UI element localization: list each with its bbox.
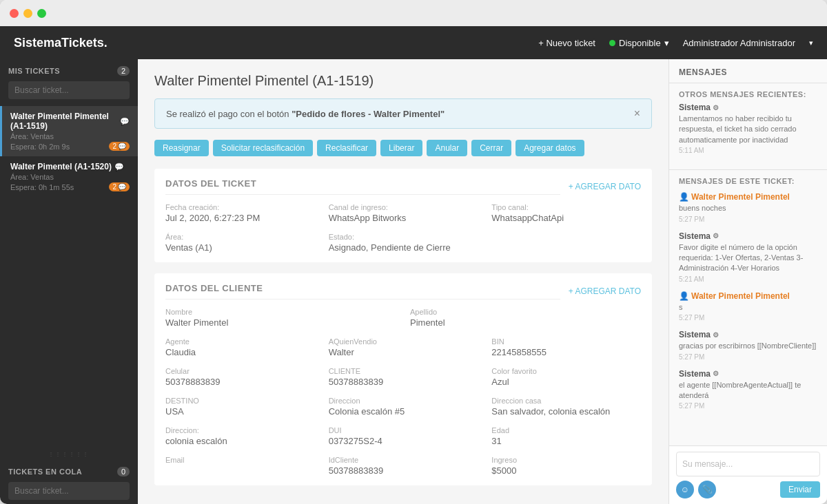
ingreso-label: Ingreso — [491, 456, 641, 464]
list-item: 👤 Walter Pimentel Pimentel buens noches … — [679, 192, 817, 222]
app-logo: SistemaTickets. — [14, 36, 108, 50]
reclasificar-button[interactable]: Reclasificar — [317, 140, 376, 156]
ticket-data-title: DATOS DEL TICKET — [165, 178, 560, 195]
name-row: Nombre Walter Pimentel Apellido Pimentel — [165, 308, 641, 328]
dir-casa-value: San salvador, colonia escalón — [491, 406, 641, 417]
nombre-label: Nombre — [165, 308, 396, 316]
canal-ingreso-value: WhatsApp Bitworks — [329, 213, 478, 223]
anular-button[interactable]: Anular — [427, 140, 467, 156]
bin-field: BIN 22145858555 — [491, 337, 641, 357]
status-dot-icon — [609, 40, 615, 46]
aquien-value: Walter — [329, 347, 478, 357]
add-ticket-data-link[interactable]: + AGREGAR DATO — [569, 182, 641, 191]
alert-prefix: Se realizó el pago con el botón — [166, 109, 292, 119]
celular-value: 50378883839 — [165, 377, 315, 387]
agregar-datos-button[interactable]: Agregar datos — [515, 140, 584, 156]
my-tickets-section: MIS TICKETS 2 — [0, 59, 138, 103]
estado-field: Estado: Asignado, Pendiente de Cierre — [329, 233, 478, 253]
message-body: Favor digite el número de la opción requ… — [679, 242, 817, 274]
message-time: 5:27 PM — [679, 402, 817, 410]
message-body: s — [679, 302, 817, 313]
comment-icon: 💬 — [118, 183, 126, 191]
message-time: 5:27 PM — [679, 353, 817, 361]
ticket-name: Walter Pimentel (A1-1520) 💬 — [10, 162, 130, 171]
other-messages-title: OTROS MENSAJES RECIENTES: — [679, 90, 817, 98]
liberar-button[interactable]: Liberar — [380, 140, 422, 156]
maximize-button[interactable] — [37, 9, 46, 18]
input-icons: ☺ 📎 — [676, 481, 716, 498]
gear-icon: ⚙ — [713, 331, 719, 339]
destino-field: DESTINO USA — [165, 397, 315, 417]
nombre-value: Walter Pimentel — [165, 317, 396, 328]
message-sender: Sistema ⚙ — [679, 103, 817, 112]
color-field: Color favorito Azul — [491, 367, 641, 387]
app-window: SistemaTickets. + Nuevo ticket Disponibl… — [0, 0, 827, 504]
destino-label: DESTINO — [165, 397, 315, 405]
topbar: SistemaTickets. + Nuevo ticket Disponibl… — [0, 26, 827, 59]
fecha-creacion-field: Fecha creación: Jul 2, 2020, 6:27:23 PM — [165, 203, 315, 223]
apellido-value: Pimentel — [410, 317, 641, 328]
message-sender: Sistema ⚙ — [679, 369, 817, 379]
destino-value: USA — [165, 406, 315, 417]
solicitar-button[interactable]: Solicitar reclasificación — [213, 140, 313, 156]
list-item: 👤 Walter Pimentel Pimentel s 5:27 PM — [679, 291, 817, 322]
celular-label: Celular — [165, 367, 315, 375]
fecha-creacion-label: Fecha creación: — [165, 203, 315, 211]
add-client-data-link[interactable]: + AGREGAR DATO — [569, 286, 641, 296]
my-tickets-search[interactable] — [8, 81, 130, 99]
app: SistemaTickets. + Nuevo ticket Disponibl… — [0, 26, 827, 504]
dir-casa-field: Direccion casa San salvador, colonia esc… — [491, 397, 641, 417]
client-data-header: DATOS DEL CLIENTE + AGREGAR DATO — [165, 283, 641, 300]
apellido-label: Apellido — [410, 308, 641, 316]
ticket-area: Área: Ventas — [10, 132, 130, 140]
dir2-label: Direccion: — [165, 426, 315, 434]
status-indicator[interactable]: Disponible ▾ — [609, 38, 669, 48]
input-toolbar: ☺ 📎 Enviar — [676, 481, 820, 498]
message-time: 5:21 AM — [679, 275, 817, 283]
my-tickets-title: MIS TICKETS — [8, 67, 60, 75]
queue-section: TICKETS EN COLA 0 — [0, 460, 138, 504]
id-cliente-label: IdCliente — [329, 456, 478, 464]
user-icon: 👤 — [679, 192, 689, 202]
color-value: Azul — [491, 377, 641, 387]
attachment-button[interactable]: 📎 — [698, 481, 716, 498]
status-label: Disponible — [619, 38, 661, 48]
client-data-title: DATOS DEL CLIENTE — [165, 283, 560, 300]
alert-close-button[interactable]: × — [634, 107, 640, 120]
ticket-name: Walter Pimentel Pimentel (A1-1519) 💬 — [10, 112, 130, 131]
message-body: buens noches — [679, 203, 817, 213]
message-input[interactable] — [676, 452, 820, 476]
send-button[interactable]: Enviar — [780, 481, 820, 498]
ticket-wait-row: Espera: 0h 1m 55s 2 💬 — [10, 182, 130, 191]
list-item[interactable]: Walter Pimentel Pimentel (A1-1519) 💬 Áre… — [0, 106, 138, 156]
ticket-wait-time: Espera: 0h 1m 55s — [10, 183, 74, 191]
list-item[interactable]: Walter Pimentel (A1-1520) 💬 Área: Ventas… — [0, 156, 138, 197]
canal-ingreso-field: Canal de ingreso: WhatsApp Bitworks — [329, 203, 478, 223]
cliente-value: 50378883839 — [329, 377, 478, 387]
dir2-value: colonia escalón — [165, 436, 315, 446]
admin-menu[interactable]: Administrador Administrador — [683, 38, 795, 48]
queue-title: TICKETS EN COLA — [8, 468, 82, 476]
close-button[interactable] — [10, 9, 19, 18]
dui-label: DUI — [329, 426, 478, 434]
area-label: Área: — [165, 233, 315, 241]
cerrar-button[interactable]: Cerrar — [471, 140, 511, 156]
color-label: Color favorito — [491, 367, 641, 375]
list-item: Sistema ⚙ gracias por escribirnos [[Nomb… — [679, 330, 817, 360]
ticket-list: Walter Pimentel Pimentel (A1-1519) 💬 Áre… — [0, 103, 138, 448]
reasignar-button[interactable]: Reasignar — [154, 140, 209, 156]
cliente-field: CLIENTE 50378883839 — [329, 367, 478, 387]
list-item: Sistema ⚙ el agente [[NombreAgenteActual… — [679, 369, 817, 410]
dir2-field: Direccion: colonia escalón — [165, 426, 315, 446]
queue-search[interactable] — [8, 482, 130, 500]
drag-handle[interactable]: ⋮⋮⋮⋮⋮⋮ — [0, 448, 138, 460]
minimize-button[interactable] — [23, 9, 32, 18]
list-item: Sistema ⚙ Lamentamos no haber recibido t… — [679, 103, 817, 154]
emoji-button[interactable]: ☺ — [676, 481, 694, 498]
gear-icon: ⚙ — [713, 370, 719, 377]
new-ticket-button[interactable]: + Nuevo ticket — [538, 38, 595, 48]
message-input-area: ☺ 📎 Enviar — [669, 445, 827, 504]
message-time: 5:11 AM — [679, 147, 817, 154]
tipo-canal-field: Tipo canal: WhatsappChatApi — [491, 203, 641, 223]
gear-icon: ⚙ — [713, 232, 719, 240]
